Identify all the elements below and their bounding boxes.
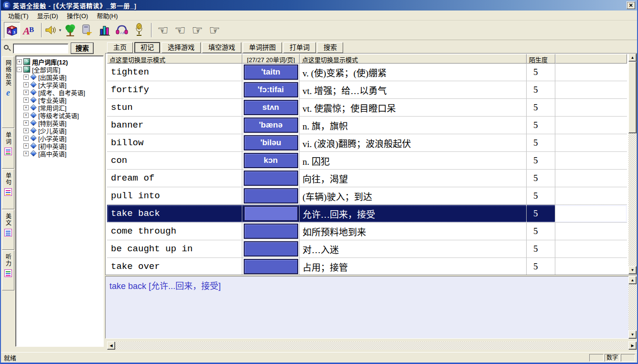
hand-last-icon[interactable]: ☞ — [206, 22, 223, 38]
table-row[interactable]: come through如所预料地到来5 — [107, 223, 627, 240]
phonetic-button[interactable]: 'taitn — [244, 64, 298, 80]
table-row[interactable]: billow'biləuvi. (波浪)翻腾；波浪般起伏5 — [107, 134, 627, 152]
phonetic-button[interactable]: stʌn — [244, 100, 298, 115]
phonetic-cell: stʌn — [242, 99, 300, 116]
header-word-column[interactable]: 点这里切换显示模式 — [107, 54, 242, 64]
sidebar-tab-ie[interactable]: 网络拾英e — [2, 56, 14, 128]
table-row[interactable]: conkɔnn. 囚犯5 — [107, 152, 627, 170]
scroll-right-arrow[interactable]: ▶ — [628, 342, 637, 350]
tab-选择游戏[interactable]: 选择游戏 — [162, 42, 201, 53]
tab-初记[interactable]: 初记 — [134, 42, 160, 53]
expand-toggle-icon[interactable]: + — [23, 90, 29, 95]
horizontal-scrollbar[interactable]: ◀ ▶ — [107, 342, 637, 350]
speaker-dropdown-caret[interactable]: ▾ — [59, 28, 61, 32]
scrollbar-thumb[interactable] — [628, 62, 637, 133]
font-ab-icon[interactable]: A B — [21, 22, 37, 38]
phonetic-button[interactable] — [244, 188, 298, 203]
expand-toggle-icon[interactable]: + — [23, 113, 29, 118]
wordcard-icon — [4, 148, 12, 155]
headphones-icon[interactable]: ♪♬ — [114, 22, 130, 38]
table-row[interactable]: take over占用；接管5 — [107, 258, 627, 275]
scroll-down-arrow[interactable]: ▼ — [628, 266, 637, 274]
scroll-up-arrow[interactable]: ▲ — [628, 276, 637, 284]
scrollbar-track[interactable] — [628, 284, 637, 331]
hand-prev-icon[interactable]: ☜ — [172, 22, 188, 38]
table-row[interactable]: tighten'taitnv. (使)变紧；(使)绷紧5 — [107, 64, 627, 81]
gem-icon — [30, 81, 37, 88]
expand-toggle-icon[interactable]: + — [23, 143, 29, 149]
unfamiliarity-cell: 5 — [527, 240, 555, 257]
microphone-icon[interactable] — [131, 22, 147, 38]
word-cell: take over — [107, 258, 242, 275]
phonetic-button[interactable] — [244, 259, 298, 274]
phonetic-button[interactable]: 'fɔ:tifai — [244, 82, 298, 97]
phonetic-button[interactable] — [244, 206, 298, 221]
tree-icon[interactable] — [62, 22, 78, 38]
phonetic-button[interactable]: 'biləu — [244, 135, 298, 150]
expand-toggle-icon[interactable]: + — [23, 97, 29, 103]
scroll-down-arrow[interactable]: ▼ — [628, 331, 637, 339]
expand-toggle-icon[interactable]: + — [23, 136, 29, 141]
scrollbar-track[interactable] — [115, 342, 628, 350]
phonetic-button[interactable]: kɔn — [244, 153, 298, 168]
table-row[interactable]: dream of向往，渴望5 — [107, 170, 627, 187]
expand-toggle-icon[interactable]: - — [17, 67, 22, 72]
table-row[interactable]: take back允许…回来，接受5 — [107, 205, 627, 223]
header-page-indicator[interactable]: [27/27 20单词/页] — [242, 54, 300, 64]
detail-vertical-scrollbar[interactable]: ▲ ▼ — [628, 276, 637, 339]
table-vertical-scrollbar[interactable]: ▲ ▼ — [628, 54, 637, 274]
expand-toggle-icon[interactable]: + — [23, 120, 29, 126]
search-button[interactable]: 搜索 — [71, 43, 94, 54]
hand-next-icon[interactable]: ☞ — [189, 22, 205, 38]
word-cell: con — [107, 152, 242, 169]
phonetic-cell — [242, 170, 300, 187]
bar-chart-icon[interactable] — [97, 22, 113, 38]
meaning-cell: n. 旗，旗帜 — [300, 117, 527, 134]
header-meaning-column[interactable]: 点这里切换显示模式 — [300, 54, 527, 64]
expand-toggle-icon[interactable]: + — [23, 75, 29, 80]
phonetic-button[interactable] — [244, 224, 298, 239]
svg-text:B: B — [29, 26, 34, 33]
scroll-up-arrow[interactable]: ▲ — [628, 54, 637, 62]
tab-主页[interactable]: 主页 — [107, 42, 133, 53]
table-row[interactable]: fortify'fɔ:tifaivt. 增强；给…以勇气5 — [107, 81, 627, 99]
card-hand-icon[interactable]: ☛ — [79, 22, 96, 38]
filler-cell — [555, 170, 627, 187]
table-row[interactable]: banner'bænən. 旗，旗帜5 — [107, 117, 627, 134]
tab-单词拼图[interactable]: 单词拼图 — [243, 42, 282, 53]
table-row[interactable]: stunstʌnvt. 使震惊；使目瞪口呆5 — [107, 99, 627, 117]
phonetic-button[interactable]: 'bænə — [244, 118, 298, 133]
tab-填空游戏[interactable]: 填空游戏 — [202, 42, 241, 53]
sidebar-tab-wordcard[interactable]: 单词 — [2, 128, 14, 169]
sidebar-tab-sentence[interactable]: 单句 — [2, 169, 14, 209]
table-row[interactable]: pull into(车辆)驶入；到达5 — [107, 187, 627, 205]
gem-icon — [30, 89, 37, 96]
sidebar-tab-essay[interactable]: 美文 — [2, 210, 14, 250]
scroll-left-arrow[interactable]: ◀ — [107, 342, 115, 350]
phonetic-cell — [242, 258, 300, 275]
menu-item[interactable]: 显示(D) — [33, 10, 63, 21]
expand-toggle-icon[interactable]: + — [17, 59, 22, 64]
phonetic-button[interactable] — [244, 171, 298, 186]
menu-item[interactable]: 操作(O) — [63, 10, 93, 21]
table-row[interactable]: be caught up in对…入迷5 — [107, 240, 627, 258]
abc-cube-icon[interactable]: B A 1 — [4, 22, 20, 38]
expand-toggle-icon[interactable]: + — [23, 105, 29, 110]
hand-first-icon[interactable]: ☜ — [155, 22, 171, 38]
title-bar: E 英语全接触 - [《大学英语精读》_第一册_] ✕ — [1, 0, 637, 11]
close-button[interactable]: ✕ — [627, 1, 635, 9]
menu-item[interactable]: 帮助(H) — [92, 10, 122, 21]
expand-toggle-icon[interactable]: + — [23, 151, 29, 156]
listening-icon — [4, 269, 12, 277]
phonetic-button[interactable] — [244, 241, 298, 257]
expand-toggle-icon[interactable]: + — [23, 128, 29, 133]
header-unfamiliarity[interactable]: 陌生度 — [527, 54, 555, 64]
tree-item[interactable]: +[高中英语] — [17, 150, 102, 157]
speaker-icon[interactable]: ▾ — [45, 22, 61, 38]
search-input[interactable] — [13, 43, 68, 54]
tab-打单词[interactable]: 打单词 — [283, 42, 316, 53]
expand-toggle-icon[interactable]: + — [23, 82, 29, 87]
tab-搜索[interactable]: 搜索 — [317, 42, 343, 53]
sidebar-tab-listening[interactable]: 听力 — [2, 250, 14, 290]
menu-item[interactable]: 功能(T) — [4, 10, 33, 21]
